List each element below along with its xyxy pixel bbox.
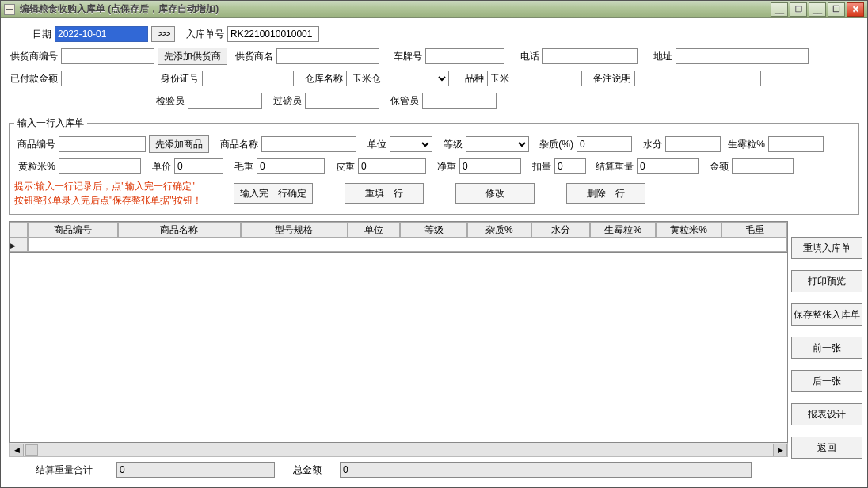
grade-label: 等级 (436, 138, 463, 151)
next-sheet-button[interactable]: 后一张 (791, 370, 862, 392)
line-entry-legend: 输入一行入库单 (14, 116, 87, 130)
col-model-spec: 型号规格 (241, 222, 348, 238)
warehouse-label: 仓库名称 (297, 72, 343, 86)
tare-label: 皮重 (328, 160, 355, 173)
date-input[interactable] (55, 26, 148, 42)
price-label: 单价 (144, 160, 171, 173)
unit-label: 单位 (360, 138, 386, 151)
grid-body[interactable] (9, 253, 788, 443)
return-button[interactable]: 返回 (791, 437, 862, 459)
confirm-row-button[interactable]: 输入完一行确定 (234, 183, 313, 204)
refill-sheet-button[interactable]: 重填入库单 (791, 237, 862, 259)
restore-down-button[interactable]: ❐ (790, 2, 807, 17)
min2-button[interactable]: __ (809, 2, 826, 17)
refill-row-button[interactable]: 重填一行 (345, 183, 424, 204)
impurity-label: 杂质(%) (532, 138, 573, 151)
supplier-name-label: 供货商名 (230, 50, 273, 63)
impurity-input[interactable] (577, 136, 632, 152)
app-icon (4, 4, 15, 15)
supplier-name-input[interactable] (276, 48, 379, 64)
paid-amount-input[interactable] (61, 71, 154, 86)
net-input[interactable] (459, 158, 521, 174)
tare-input[interactable] (358, 158, 426, 174)
col-product-code: 商品编号 (28, 222, 118, 238)
col-yellow-rice: 黄粒米% (656, 222, 721, 238)
keeper-input[interactable] (422, 93, 497, 109)
instock-no-input[interactable] (227, 26, 319, 42)
inspector-label: 检验员 (148, 94, 185, 108)
paid-amount-label: 已付款金额 (9, 72, 58, 86)
deduct-label: 扣量 (524, 160, 551, 173)
plate-input[interactable] (425, 48, 504, 64)
mildew-input[interactable] (768, 136, 824, 152)
instock-no-label: 入库单号 (181, 28, 224, 41)
product-code-input[interactable] (59, 136, 146, 152)
print-preview-button[interactable]: 打印预览 (791, 270, 862, 292)
inspector-input[interactable] (188, 93, 262, 109)
gross-label: 毛重 (227, 160, 253, 173)
add-supplier-button[interactable]: 先添加供货商 (158, 48, 227, 65)
plate-label: 车牌号 (383, 50, 422, 63)
scroll-thumb[interactable] (25, 444, 38, 456)
gross-input[interactable] (257, 158, 325, 174)
mildew-label: 生霉粒% (724, 138, 765, 151)
save-sheet-button[interactable]: 保存整张入库单 (791, 303, 862, 326)
modify-row-button[interactable]: 修改 (455, 183, 535, 204)
col-unit: 单位 (348, 222, 400, 238)
row-indicator (10, 238, 28, 252)
col-gross: 毛重 (721, 222, 787, 238)
warehouse-combo[interactable]: 玉米仓 (346, 71, 449, 86)
col-mildew: 生霉粒% (590, 222, 656, 238)
col-moisture: 水分 (531, 222, 591, 238)
line-entry-group: 输入一行入库单 商品编号 先添加商品 商品名称 单位 等级 杂质(%) 水分 生… (9, 116, 859, 215)
product-name-label: 商品名称 (212, 138, 258, 151)
amount-label: 金额 (702, 160, 729, 173)
total-weight-label: 结算重量合计 (17, 463, 112, 477)
phone-label: 电话 (508, 50, 539, 63)
phone-input[interactable] (542, 48, 638, 64)
variety-input[interactable] (487, 71, 582, 86)
close-button[interactable]: ✕ (847, 2, 864, 17)
address-label: 地址 (641, 50, 672, 63)
total-amount-label: 总金额 (280, 463, 335, 477)
supplier-code-label: 供货商编号 (9, 50, 58, 63)
scroll-right-arrow[interactable]: ▶ (773, 444, 787, 456)
yellow-rice-label: 黄粒米% (14, 160, 55, 173)
remark-input[interactable] (634, 71, 761, 86)
grade-combo[interactable] (466, 136, 529, 152)
price-input[interactable] (174, 158, 223, 174)
deduct-input[interactable] (554, 158, 586, 174)
keeper-label: 保管员 (383, 94, 419, 108)
calc-weight-label: 结算重量 (589, 160, 634, 173)
idcard-label: 身份证号 (158, 72, 199, 86)
scroll-left-arrow[interactable]: ◀ (10, 444, 24, 456)
delete-row-button[interactable]: 删除一行 (566, 183, 645, 204)
hint-line2: 按钮整张单录入完后点"保存整张单据"按钮！ (14, 193, 202, 208)
grid-hscrollbar[interactable]: ◀ ▶ (9, 443, 788, 457)
variety-label: 品种 (452, 72, 484, 86)
address-input[interactable] (676, 48, 809, 64)
report-design-button[interactable]: 报表设计 (791, 403, 862, 425)
date-label: 日期 (26, 28, 51, 41)
minimize-button[interactable]: __ (771, 2, 788, 17)
window-title: 编辑粮食收购入库单 (点保存后，库存自动增加) (20, 2, 771, 16)
product-code-label: 商品编号 (14, 138, 55, 151)
product-name-input[interactable] (261, 136, 356, 152)
yellow-rice-input[interactable] (59, 158, 141, 174)
remark-label: 备注说明 (585, 72, 631, 86)
data-grid[interactable]: 商品编号 商品名称 型号规格 单位 等级 杂质% 水分 生霉粒% 黄粒米% 毛重 (9, 221, 788, 253)
weigher-label: 过磅员 (265, 94, 302, 108)
moisture-input[interactable] (665, 136, 721, 152)
col-impurity: 杂质% (467, 222, 531, 238)
moisture-label: 水分 (635, 138, 662, 151)
idcard-input[interactable] (202, 71, 294, 86)
unit-combo[interactable] (390, 136, 432, 152)
calc-weight-input[interactable] (637, 158, 699, 174)
add-product-button[interactable]: 先添加商品 (149, 135, 209, 153)
amount-input[interactable] (732, 158, 794, 174)
prev-sheet-button[interactable]: 前一张 (791, 337, 862, 359)
supplier-code-input[interactable] (61, 48, 154, 64)
weigher-input[interactable] (305, 93, 379, 109)
date-picker-button[interactable]: >>> (151, 26, 175, 42)
maximize-button[interactable]: ☐ (828, 2, 845, 17)
